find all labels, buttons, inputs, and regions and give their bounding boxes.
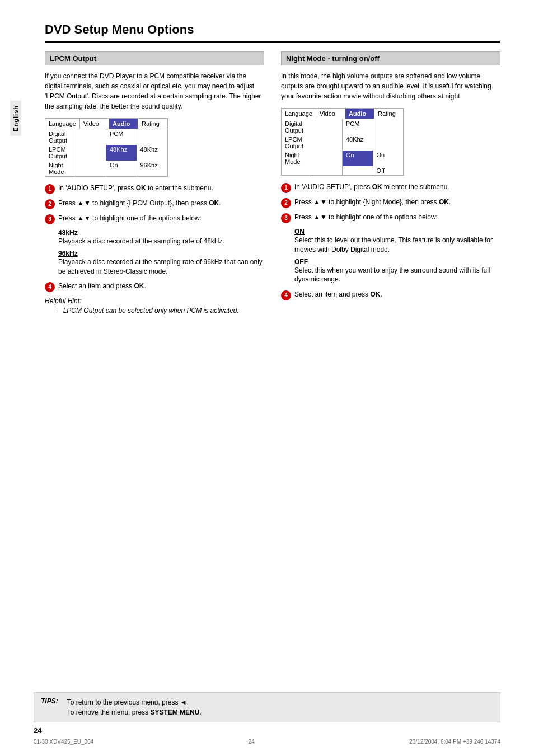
cell-digital-rating bbox=[137, 129, 168, 145]
table-row: Night Mode On On bbox=[282, 151, 404, 166]
nm-option-on: ON Select this to level out the volume. … bbox=[294, 228, 500, 255]
cell-lpcm-audio: 48Khz bbox=[106, 145, 137, 161]
step-num-2: 2 bbox=[45, 199, 55, 209]
night-mode-steps: 1 In 'AUDIO SETUP', press OK to enter th… bbox=[281, 182, 500, 223]
lpcm-steps: 1 In 'AUDIO SETUP', press OK to enter th… bbox=[45, 184, 264, 224]
footer-info: 01-30 XDV425_EU_004 24 23/12/2004, 6:04 … bbox=[34, 739, 500, 745]
night-mode-table-header: Language Video Audio Rating bbox=[282, 109, 404, 119]
lpcm-step-2: 2 Press ▲▼ to highlight {LPCM Output}, t… bbox=[45, 199, 264, 209]
table-row: LPCM Output 48Khz bbox=[282, 135, 404, 151]
option-off-desc: Select this when you want to enjoy the s… bbox=[294, 266, 500, 285]
cell-lpcm-rating: 48Khz bbox=[137, 145, 168, 161]
nm-night-audio: On bbox=[343, 151, 373, 166]
lpcm-table: Language Video Audio Rating Digital Outp… bbox=[45, 118, 168, 177]
sidebar-english-label: English bbox=[10, 101, 21, 136]
nm-lpcm-audio: 48Khz bbox=[343, 135, 373, 151]
table-row: LPCM Output 48Khz 48Khz bbox=[45, 145, 167, 161]
tips-line1: To return to the previous menu, press ◄. bbox=[67, 697, 202, 707]
lpcm-table-body: Digital Output PCM LPCM Output 48Khz 48K… bbox=[45, 129, 167, 176]
cell-night-label: Night Mode bbox=[45, 161, 76, 176]
tips-line2: To remove the menu, press SYSTEM MENU. bbox=[67, 707, 202, 717]
nm-step-text-4: Select an item and press OK. bbox=[294, 290, 500, 299]
lpcm-step-4: 4 Select an item and press OK. bbox=[45, 281, 264, 292]
option-48khz-desc: Playback a disc recorded at the sampling… bbox=[58, 237, 264, 246]
nm-col-audio: Audio bbox=[345, 109, 374, 119]
tips-line2-suffix: . bbox=[199, 708, 201, 716]
nm-digital-label: Digital Output bbox=[282, 119, 312, 135]
nm-lpcm-rating bbox=[373, 135, 404, 151]
nm-step-num-2: 2 bbox=[281, 198, 291, 208]
hint-text: – LPCM Output can be selected only when … bbox=[54, 306, 264, 316]
page-title: DVD Setup Menu Options bbox=[45, 22, 500, 43]
cell-digital-audio: PCM bbox=[106, 129, 137, 145]
nm-digital-rating bbox=[373, 119, 404, 135]
cell-digital-video bbox=[76, 129, 107, 145]
night-mode-header: Night Mode - turning on/off bbox=[281, 51, 500, 65]
nm-extra-rating: Off bbox=[373, 166, 404, 175]
step-num-4: 4 bbox=[45, 282, 55, 292]
table-row: Digital Output PCM bbox=[45, 129, 167, 145]
step-text-1: In 'AUDIO SETUP', press OK to enter the … bbox=[58, 184, 264, 193]
step-text-2: Press ▲▼ to highlight {LPCM Output}, the… bbox=[58, 199, 264, 208]
lpcm-body: If you connect the DVD Player to a PCM c… bbox=[45, 71, 264, 111]
step-text-3: Press ▲▼ to highlight one of the options… bbox=[58, 214, 264, 223]
nm-option-off: OFF Select this when you want to enjoy t… bbox=[294, 258, 500, 285]
tips-bar: TIPS: To return to the previous menu, pr… bbox=[34, 692, 500, 722]
nm-step-text-2: Press ▲▼ to highlight {Night Mode}, then… bbox=[294, 198, 500, 207]
step-num-1: 1 bbox=[45, 184, 55, 194]
cell-lpcm-label: LPCM Output bbox=[45, 145, 76, 161]
lpcm-section: LPCM Output If you connect the DVD Playe… bbox=[45, 51, 264, 316]
table-row: Night Mode On 96Khz bbox=[45, 161, 167, 176]
main-content: LPCM Output If you connect the DVD Playe… bbox=[45, 51, 500, 316]
nm-digital-video bbox=[312, 119, 343, 135]
cell-lpcm-video bbox=[76, 145, 107, 161]
lpcm-option-48khz: 48kHz Playback a disc recorded at the sa… bbox=[58, 229, 264, 246]
night-mode-body: In this mode, the high volume outputs ar… bbox=[281, 71, 500, 101]
nm-extra-audio bbox=[343, 166, 373, 175]
option-on-desc: Select this to level out the volume. Thi… bbox=[294, 236, 500, 255]
step-num-3: 3 bbox=[45, 214, 55, 224]
nm-step-num-4: 4 bbox=[281, 290, 291, 300]
table-row: Digital Output PCM bbox=[282, 119, 404, 135]
nm-col-video: Video bbox=[316, 109, 345, 119]
footer-center: 24 bbox=[249, 739, 255, 745]
cell-night-audio: On bbox=[106, 161, 137, 176]
nm-col-rating: Rating bbox=[374, 109, 404, 119]
cell-night-rating: 96Khz bbox=[137, 161, 168, 176]
tips-label: TIPS: bbox=[41, 697, 58, 705]
footer-left: 01-30 XDV425_EU_004 bbox=[34, 739, 93, 745]
hint-label: Helpful Hint: bbox=[45, 297, 81, 305]
lpcm-table-header: Language Video Audio Rating bbox=[45, 119, 167, 129]
footer-right: 23/12/2004, 6:04 PM +39 246 14374 bbox=[409, 739, 500, 745]
tips-content: To return to the previous menu, press ◄.… bbox=[67, 697, 202, 717]
lpcm-col-video: Video bbox=[80, 119, 109, 129]
nm-digital-audio: PCM bbox=[343, 119, 373, 135]
lpcm-header: LPCM Output bbox=[45, 51, 264, 65]
nm-night-video bbox=[312, 151, 343, 166]
lpcm-step-1: 1 In 'AUDIO SETUP', press OK to enter th… bbox=[45, 184, 264, 194]
nm-step-text-1: In 'AUDIO SETUP', press OK to enter the … bbox=[294, 182, 500, 192]
nm-col-language: Language bbox=[282, 109, 316, 119]
step-text-4: Select an item and press OK. bbox=[58, 281, 264, 291]
nm-step-num-3: 3 bbox=[281, 213, 291, 223]
night-mode-table-body: Digital Output PCM LPCM Output 48Khz Nig… bbox=[282, 119, 404, 175]
nm-step-text-3: Press ▲▼ to highlight one of the options… bbox=[294, 213, 500, 222]
table-row: Off bbox=[282, 166, 404, 175]
nm-step-num-1: 1 bbox=[281, 183, 291, 193]
nm-lpcm-label: LPCM Output bbox=[282, 135, 312, 151]
nm-night-rating: On bbox=[373, 151, 404, 166]
option-48khz-title: 48kHz bbox=[58, 229, 264, 237]
night-mode-table: Language Video Audio Rating Digital Outp… bbox=[281, 108, 404, 176]
lpcm-col-rating: Rating bbox=[138, 119, 167, 129]
lpcm-option-96khz: 96kHz Playback a disc recorded at the sa… bbox=[58, 250, 264, 276]
tips-line2-bold: SYSTEM MENU bbox=[150, 708, 199, 716]
nm-step4-list: 4 Select an item and press OK. bbox=[281, 290, 500, 300]
cell-night-video bbox=[76, 161, 107, 176]
nm-step-3: 3 Press ▲▼ to highlight one of the optio… bbox=[281, 213, 500, 223]
helpful-hint: Helpful Hint: – LPCM Output can be selec… bbox=[45, 297, 264, 316]
page-number: 24 bbox=[34, 726, 41, 735]
tips-line2-prefix: To remove the menu, press bbox=[67, 708, 151, 716]
nm-step-4: 4 Select an item and press OK. bbox=[281, 290, 500, 300]
lpcm-col-audio: Audio bbox=[109, 119, 138, 129]
nm-step-2: 2 Press ▲▼ to highlight {Night Mode}, th… bbox=[281, 198, 500, 208]
